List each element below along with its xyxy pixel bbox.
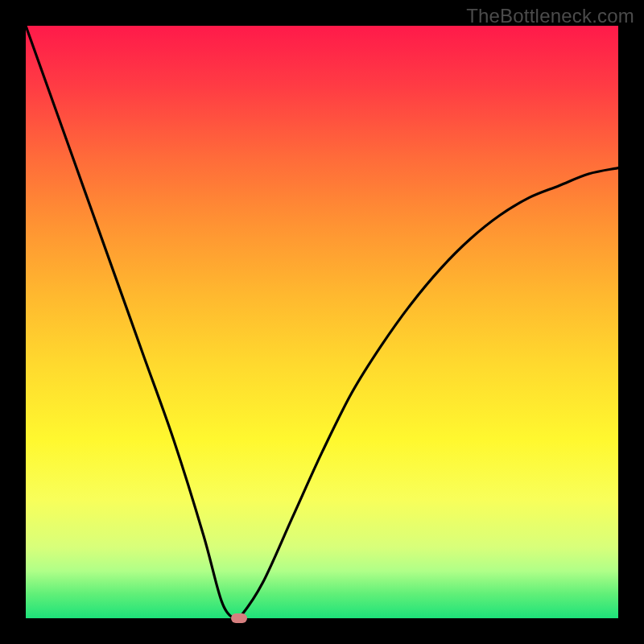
plot-area [26,26,618,618]
watermark-text: TheBottleneck.com [466,5,634,27]
optimal-point-marker [231,613,247,623]
bottleneck-curve [26,26,618,618]
chart-frame: TheBottleneck.com [0,0,644,644]
